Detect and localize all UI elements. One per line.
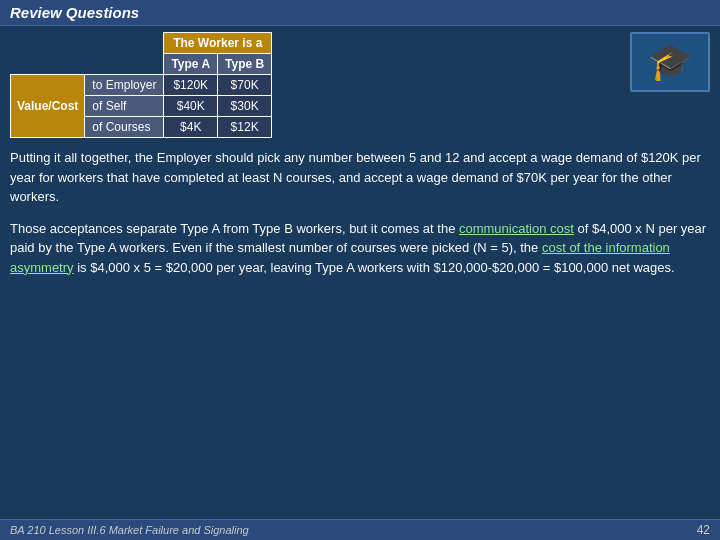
cell-courses-a: $4K	[164, 117, 218, 138]
paragraph-2: Those acceptances separate Type A from T…	[10, 219, 710, 278]
row-label-employer: to Employer	[85, 75, 164, 96]
cell-employer-b: $70K	[218, 75, 272, 96]
graduation-cap-image: 🎓	[630, 32, 710, 92]
text-content-area: Putting it all together, the Employer sh…	[10, 148, 710, 277]
col-header-b: Type B	[218, 54, 272, 75]
para2-part5: is $4,000 x 5 = $20,000 per year, leavin…	[74, 260, 675, 275]
table-header-top: The Worker is a	[11, 33, 272, 54]
page-title: Review Questions	[10, 4, 139, 21]
paragraph-1: Putting it all together, the Employer sh…	[10, 148, 710, 207]
footer-course-label: BA 210 Lesson III.6 Market Failure and S…	[10, 524, 249, 536]
table-row: Value/Cost to Employer $120K $70K	[11, 75, 272, 96]
worker-is-a-header: The Worker is a	[164, 33, 272, 54]
para2-part1: Those acceptances separate Type A from T…	[10, 221, 459, 236]
data-table: The Worker is a Type A Type B Value/Cost…	[10, 32, 272, 138]
row-label-self: of Self	[85, 96, 164, 117]
top-section: The Worker is a Type A Type B Value/Cost…	[0, 26, 720, 144]
grad-cap-icon: 🎓	[648, 41, 693, 83]
footer-page-number: 42	[697, 523, 710, 537]
communication-cost-highlight: communication cost	[459, 221, 574, 236]
content-section: Putting it all together, the Employer sh…	[0, 144, 720, 319]
cell-employer-a: $120K	[164, 75, 218, 96]
cell-self-a: $40K	[164, 96, 218, 117]
cell-self-b: $30K	[218, 96, 272, 117]
data-table-wrapper: The Worker is a Type A Type B Value/Cost…	[10, 32, 272, 138]
footer-bar: BA 210 Lesson III.6 Market Failure and S…	[0, 519, 720, 540]
header-bar: Review Questions	[0, 0, 720, 26]
col-header-a: Type A	[164, 54, 218, 75]
table-header-sub: Type A Type B	[11, 54, 272, 75]
row-label-courses: of Courses	[85, 117, 164, 138]
cell-courses-b: $12K	[218, 117, 272, 138]
value-cost-label: Value/Cost	[11, 75, 85, 138]
para1-text: Putting it all together, the Employer sh…	[10, 150, 701, 204]
